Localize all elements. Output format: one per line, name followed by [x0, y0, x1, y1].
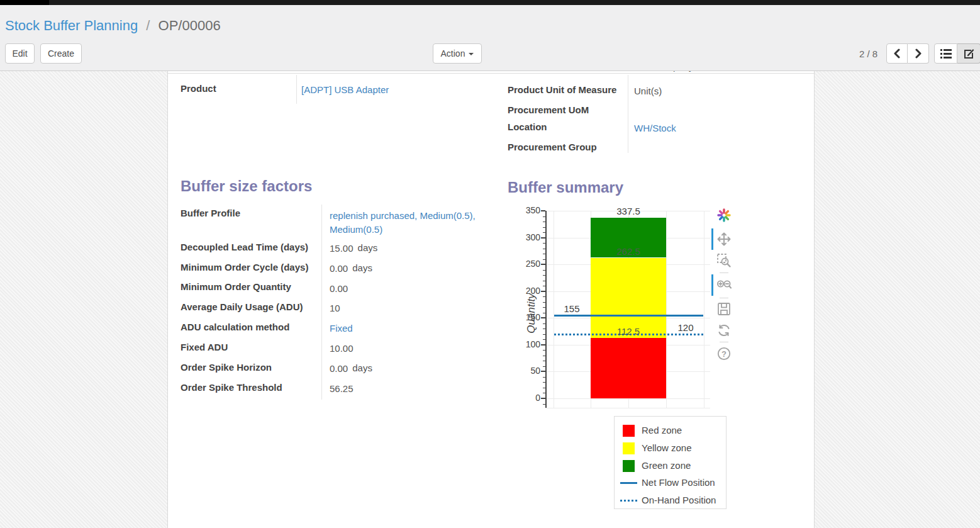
pager-count: 2 / 8: [859, 48, 877, 59]
modebar-accent-bar: [711, 274, 713, 296]
breadcrumb-parent-link[interactable]: Stock Buffer Planning: [5, 18, 138, 33]
field-value-adu: 10: [330, 303, 340, 313]
field-suffix: days: [358, 242, 378, 253]
ticklabel-el: 250: [508, 259, 540, 269]
field-number: 15.00: [330, 243, 354, 254]
buffer-summary-chart: 120112.5155262.5337.53503002502001501005…: [508, 205, 740, 418]
field-value-spike-threshold: 56.25: [330, 383, 354, 394]
reset-axes-icon[interactable]: [716, 323, 732, 338]
section-title-buffer-summary: Buffer summary: [508, 179, 623, 196]
tickmajor-el: [541, 210, 545, 211]
pager-buttons: [886, 43, 929, 64]
modebar-accent-bar: [711, 228, 713, 250]
sheet-top-divider: [168, 73, 814, 74]
action-dropdown-button[interactable]: Action: [433, 43, 482, 64]
list-icon: [940, 48, 952, 59]
field-label-spike-threshold: Order Spike Threshold: [181, 382, 282, 393]
tickmajor-el: [541, 371, 545, 372]
hgrid-el: [545, 408, 710, 408]
create-button[interactable]: Create: [40, 43, 82, 64]
form-view-button[interactable]: [957, 43, 980, 64]
pager-next-button[interactable]: [908, 43, 929, 64]
svg-text:?: ?: [721, 349, 727, 359]
tickmajor-el: [541, 317, 545, 318]
field-suffix: days: [352, 262, 372, 273]
legend-label: On-Hand Position: [642, 495, 716, 505]
zoom-box-icon[interactable]: [716, 253, 732, 268]
hgrid-el: [545, 398, 710, 399]
green-swatch: [623, 460, 635, 472]
field-label-spike-horizon: Order Spike Horizon: [181, 362, 272, 373]
ticklabel-el: 50: [508, 366, 540, 376]
breadcrumb-separator: /: [142, 18, 154, 33]
modebar-separator: [720, 298, 728, 298]
anno-el: 112.5: [591, 326, 666, 337]
field-label-procurement-group: Procurement Group: [508, 142, 597, 152]
field-value-location-link[interactable]: WH/Stock: [634, 123, 676, 133]
field-divider: [321, 205, 322, 400]
chevron-left-icon: [893, 48, 901, 59]
yellow-swatch: [623, 442, 635, 454]
field-value-fixed-adu: 10.00: [330, 343, 354, 354]
field-label-product: Product: [181, 83, 216, 94]
field-value-product-uom: Unit(s): [634, 86, 662, 96]
caret-down-icon: [469, 53, 474, 55]
ticklabel-el: 150: [508, 312, 540, 322]
tickmajor-el: [541, 291, 545, 292]
field-value-moc: 0.00days: [330, 263, 372, 274]
section-title-buffer-size-factors: Buffer size factors: [181, 177, 312, 195]
pager-previous-button[interactable]: [886, 43, 908, 64]
field-value-buffer-profile-link[interactable]: replenish purchased, Medium(0.5), Medium…: [330, 209, 487, 237]
modebar-separator: [720, 272, 728, 273]
ticklabel-el: 350: [508, 205, 540, 215]
field-value-dlt: 15.00days: [330, 243, 377, 254]
dotted-line-swatch: [620, 500, 637, 502]
field-divider: [296, 75, 297, 104]
field-value-product-link[interactable]: [ADPT] USB Adapter: [301, 84, 389, 95]
action-label: Action: [441, 48, 465, 59]
chevron-right-icon: [915, 48, 922, 59]
control-panel: Stock Buffer Planning / OP/00006 Edit Cr…: [0, 5, 980, 71]
field-number: 10: [330, 303, 340, 313]
field-label-fixed-adu: Fixed ADU: [181, 342, 228, 352]
list-view-button[interactable]: [934, 43, 957, 64]
field-label-procurement-uom: Procurement UoM: [508, 104, 589, 115]
save-image-icon[interactable]: [716, 301, 732, 317]
field-label-adu-method: ADU calculation method: [181, 322, 289, 332]
form-sheet: YourCompany Product [ADPT] USB Adapter P…: [167, 71, 815, 528]
view-switcher: [934, 43, 980, 64]
field-label-dlt: Decoupled Lead Time (days): [181, 242, 308, 252]
field-divider: [628, 75, 628, 153]
tickmajor-el: [541, 264, 545, 265]
tickmajor-el: [541, 398, 545, 399]
breadcrumb-current: OP/00006: [159, 18, 221, 33]
ticklabel-el: 300: [508, 232, 540, 242]
pan-icon[interactable]: [716, 232, 732, 247]
solid-line-swatch: [620, 482, 637, 484]
field-number: 56.25: [330, 383, 354, 394]
top-menu-bar: [0, 0, 980, 5]
legend-label: Net Flow Position: [642, 477, 715, 488]
field-value-adu-method-link[interactable]: Fixed: [330, 323, 353, 334]
field-label-moc: Minimum Order Cycle (days): [181, 262, 308, 272]
anno-el: 262.5: [591, 246, 666, 257]
red-swatch: [623, 425, 635, 437]
edit-button[interactable]: Edit: [5, 43, 35, 64]
field-value-moq: 0.00: [330, 283, 348, 294]
help-icon[interactable]: ?: [716, 346, 732, 361]
field-label-buffer-profile: Buffer Profile: [181, 208, 240, 218]
form-edit-icon: [964, 48, 974, 59]
field-number: 10.00: [330, 343, 354, 354]
form-background: YourCompany Product [ADPT] USB Adapter P…: [0, 71, 980, 528]
legend-label: Yellow zone: [642, 442, 692, 453]
zoom-in-out-icon[interactable]: [716, 278, 732, 293]
breadcrumb: Stock Buffer Planning / OP/00006: [5, 18, 221, 34]
tickmajor-el: [541, 237, 545, 239]
field-number: 0.00: [330, 263, 348, 274]
vgrid-el: [704, 211, 704, 408]
plotly-logo-icon[interactable]: [716, 208, 732, 223]
ticklabel-el: 100: [508, 339, 540, 349]
top-menu-stub: [0, 0, 49, 5]
seg-el: [591, 338, 666, 398]
field-suffix: days: [352, 362, 372, 373]
